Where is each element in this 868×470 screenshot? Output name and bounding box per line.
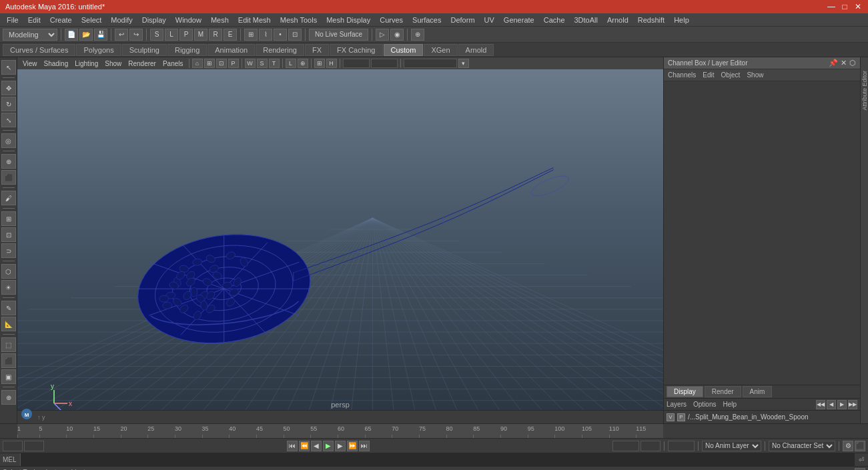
mel-input-field[interactable] bbox=[20, 453, 855, 466]
current-frame-right[interactable]: 1 bbox=[640, 441, 661, 451]
shadow-btn[interactable]: ⊕ bbox=[298, 59, 308, 68]
status-prefs-btn[interactable]: ⚙ bbox=[855, 468, 865, 471]
menu-file[interactable]: File bbox=[3, 15, 23, 25]
redo-btn[interactable]: ↪ bbox=[129, 29, 143, 41]
close-button[interactable]: ✕ bbox=[853, 2, 863, 11]
open-btn[interactable]: 📂 bbox=[79, 29, 93, 41]
anim-end[interactable]: 200 bbox=[668, 441, 695, 451]
layer-menu-help[interactable]: Help bbox=[723, 401, 737, 408]
rp-float-btn[interactable]: ⬡ bbox=[849, 59, 856, 67]
vp-menu-lighting[interactable]: Lighting bbox=[72, 60, 101, 67]
hud-btn[interactable]: H bbox=[326, 59, 337, 68]
tab-animation[interactable]: Animation bbox=[207, 44, 255, 56]
menu-mesh-display[interactable]: Mesh Display bbox=[322, 15, 374, 25]
character-set-selector[interactable]: No Character Set bbox=[769, 441, 835, 451]
minimize-button[interactable]: — bbox=[827, 2, 836, 11]
snap-grid-lt-btn[interactable]: ⊞ bbox=[1, 211, 16, 226]
display-btn[interactable]: ▣ bbox=[1, 369, 16, 384]
render-preview-btn[interactable]: ▷ bbox=[376, 29, 389, 41]
camera-btn[interactable]: ⬡ bbox=[1, 264, 16, 279]
rotate-btn[interactable]: R bbox=[209, 29, 222, 41]
cb-menu-object[interactable]: Object bbox=[721, 71, 741, 79]
layer-nav-last[interactable]: ▶▶ bbox=[848, 400, 857, 409]
annotation-btn[interactable]: ✎ bbox=[1, 301, 16, 315]
near-clip-field[interactable]: 0.00 bbox=[343, 59, 370, 68]
attribute-editor-tab[interactable]: Attribute Editor bbox=[860, 57, 868, 423]
bd-tab-anim[interactable]: Anim bbox=[743, 386, 773, 397]
extra-btn1[interactable]: ⊕ bbox=[411, 29, 424, 41]
tab-rigging[interactable]: Rigging bbox=[167, 44, 207, 56]
rp-pin-btn[interactable]: 📌 bbox=[829, 59, 838, 67]
light-btn[interactable]: ☀ bbox=[1, 280, 16, 295]
playback-options-btn[interactable]: ⬛ bbox=[855, 441, 865, 451]
layer-visibility-v[interactable]: V bbox=[667, 413, 675, 421]
cb-menu-edit[interactable]: Edit bbox=[703, 71, 714, 79]
wireframe-vp-btn[interactable]: W bbox=[245, 59, 256, 68]
no-live-surface-btn[interactable]: No Live Surface bbox=[309, 29, 368, 41]
menu-arnold[interactable]: Arnold bbox=[603, 15, 632, 25]
xray-btn[interactable]: ⬚ bbox=[1, 337, 16, 352]
tab-fx[interactable]: FX bbox=[305, 44, 329, 56]
grid-btn[interactable]: ⊞ bbox=[314, 59, 325, 68]
pb-play-btn[interactable]: ▶ bbox=[323, 441, 334, 451]
pb-prev-key-btn[interactable]: ⏪ bbox=[299, 441, 310, 451]
menu-edit[interactable]: Edit bbox=[24, 15, 45, 25]
maximize-button[interactable]: □ bbox=[840, 2, 849, 11]
menu-uv[interactable]: UV bbox=[480, 15, 498, 25]
menu-deform[interactable]: Deform bbox=[446, 15, 478, 25]
menu-window[interactable]: Window bbox=[171, 15, 205, 25]
pb-prev-frame-btn[interactable]: ◀ bbox=[311, 441, 322, 451]
menu-help[interactable]: Help bbox=[670, 15, 693, 25]
undo-btn[interactable]: ↩ bbox=[115, 29, 128, 41]
cb-menu-channels[interactable]: Channels bbox=[668, 71, 696, 79]
snap-curve-btn[interactable]: ⌇ bbox=[259, 29, 272, 41]
gamma-field[interactable]: sRGB gamma bbox=[404, 59, 457, 68]
menu-cache[interactable]: Cache bbox=[540, 15, 569, 25]
menu-create[interactable]: Create bbox=[46, 15, 76, 25]
frame-all-btn[interactable]: ⊞ bbox=[204, 59, 215, 68]
mel-execute-btn[interactable]: ⏎ bbox=[855, 456, 868, 463]
camera-home-btn[interactable]: ⌂ bbox=[192, 59, 203, 68]
snap-grid-btn[interactable]: ⊞ bbox=[244, 29, 258, 41]
anim-layer-selector[interactable]: No Anim Layer bbox=[702, 441, 761, 451]
layer-menu-options[interactable]: Options bbox=[693, 401, 716, 408]
persp-toggle-btn[interactable]: P bbox=[228, 59, 239, 68]
layer-nav-next[interactable]: ▶ bbox=[837, 400, 847, 409]
tab-polygons[interactable]: Polygons bbox=[76, 44, 121, 56]
snap-point-btn[interactable]: • bbox=[274, 29, 287, 41]
far-clip-field[interactable]: 1.00 bbox=[371, 59, 398, 68]
snap-curve-lt-btn[interactable]: ⊃ bbox=[1, 243, 16, 258]
wireframe-btn[interactable]: ⬛ bbox=[1, 353, 16, 368]
scale-btn[interactable]: E bbox=[224, 29, 237, 41]
tab-rendering[interactable]: Rendering bbox=[256, 44, 304, 56]
pb-next-frame-btn[interactable]: ▶ bbox=[335, 441, 346, 451]
smooth-shade-btn[interactable]: S bbox=[257, 59, 268, 68]
menu-redshift[interactable]: Redshift bbox=[634, 15, 669, 25]
paint-btn[interactable]: P bbox=[179, 29, 193, 41]
texture-btn[interactable]: T bbox=[269, 59, 280, 68]
last-tool-btn[interactable]: ⬛ bbox=[1, 170, 16, 185]
soft-select-btn[interactable]: ◎ bbox=[1, 133, 16, 148]
module-selector[interactable]: Modeling Rigging Animation FX Rendering … bbox=[3, 29, 57, 41]
timeline-ruler[interactable]: 1510152025303540455055606570758085909510… bbox=[17, 424, 663, 438]
extra-lt-btn[interactable]: ⊕ bbox=[1, 390, 16, 405]
select-btn[interactable]: S bbox=[150, 29, 163, 41]
layer-nav-first[interactable]: ◀◀ bbox=[816, 400, 825, 409]
ipr-btn[interactable]: ◉ bbox=[390, 29, 404, 41]
menu-curves[interactable]: Curves bbox=[376, 15, 407, 25]
pb-skip-back-btn[interactable]: ⏮ bbox=[287, 441, 298, 451]
menu-mesh[interactable]: Mesh bbox=[207, 15, 233, 25]
measure-btn[interactable]: 📐 bbox=[1, 317, 16, 331]
layer-menu-layers[interactable]: Layers bbox=[667, 401, 687, 408]
frame-selected-btn[interactable]: ⊡ bbox=[216, 59, 227, 68]
cb-menu-show[interactable]: Show bbox=[747, 71, 763, 79]
tab-arnold[interactable]: Arnold bbox=[458, 44, 494, 56]
tab-fx-caching[interactable]: FX Caching bbox=[330, 44, 382, 56]
tab-custom[interactable]: Custom bbox=[384, 44, 424, 56]
vp-menu-view[interactable]: View bbox=[20, 60, 40, 67]
rp-close-btn[interactable]: ✕ bbox=[841, 59, 847, 67]
tab-sculpting[interactable]: Sculpting bbox=[122, 44, 167, 56]
layer-visibility-p[interactable]: P bbox=[677, 413, 685, 421]
move-tool-btn[interactable]: ✥ bbox=[1, 81, 16, 95]
pb-next-key-btn[interactable]: ⏩ bbox=[347, 441, 358, 451]
